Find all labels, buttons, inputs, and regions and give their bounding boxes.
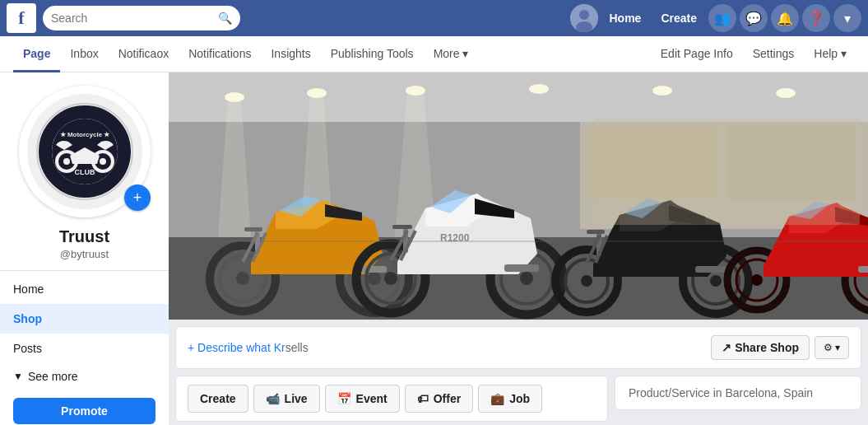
top-nav: f 🔍 Home Create 👥 💬 🔔 [0, 0, 868, 36]
svg-text:★ Motorcycle ★: ★ Motorcycle ★ [59, 131, 110, 138]
offer-button[interactable]: 🏷 Offer [405, 385, 473, 413]
job-button[interactable]: 💼 Job [478, 385, 542, 413]
live-label: Live [285, 392, 308, 405]
help-icon: ❓ [808, 11, 824, 26]
svg-point-19 [529, 84, 549, 94]
bottom-left: Create 📹 Live 📅 Event 🏷 Of [175, 376, 608, 422]
search-icon: 🔍 [218, 12, 232, 25]
tab-insights[interactable]: Insights [261, 37, 320, 72]
bottom-section: Create 📹 Live 📅 Event 🏷 Of [175, 376, 861, 422]
live-button[interactable]: 📹 Live [253, 385, 320, 413]
sidebar-posts-label: Posts [13, 342, 42, 355]
page-nav: Page Inbox Notificaox Notifications Insi… [0, 36, 868, 72]
offer-label: Offer [434, 392, 461, 405]
sidebar-home-label: Home [13, 283, 44, 296]
content-area: ★ Motorcycle ★ CLUB + Truust @bytruust H… [0, 72, 868, 425]
chevron-down-icon: ▼ [13, 371, 23, 382]
svg-point-53 [581, 275, 592, 287]
sidebar-item-home[interactable]: Home [0, 274, 169, 304]
see-more-item[interactable]: ▼ See more [0, 363, 169, 390]
tab-notificaox[interactable]: Notificaox [109, 37, 179, 72]
describe-link[interactable]: + Describe what Kr [188, 341, 285, 354]
share-shop-label: Share Shop [735, 341, 799, 354]
cover-photo-svg: R1200 [169, 72, 868, 320]
live-icon: 📹 [266, 392, 280, 405]
messenger-icon: 💬 [745, 11, 762, 26]
see-more-label: See more [28, 370, 78, 383]
job-label: Job [509, 392, 530, 405]
sells-text: sells [285, 341, 309, 354]
svg-point-8 [63, 158, 70, 165]
right-content: R1200 [169, 72, 868, 425]
page-info-text: Product/Service in Barcelona, Spain [629, 386, 813, 399]
plus-icon: + [133, 189, 142, 207]
notifications-icon-btn[interactable]: 🔔 [771, 4, 799, 32]
svg-point-20 [652, 86, 672, 96]
bell-icon: 🔔 [777, 11, 793, 26]
cover-photo-area: R1200 [169, 72, 868, 320]
svg-rect-59 [695, 266, 726, 273]
svg-point-33 [368, 272, 381, 285]
svg-rect-46 [392, 225, 412, 229]
page-wrapper: f 🔍 Home Create 👥 💬 🔔 [0, 0, 868, 425]
settings-dropdown-button[interactable]: ⚙ ▾ [815, 336, 849, 359]
svg-point-64 [751, 274, 763, 286]
sidebar-item-posts[interactable]: Posts [0, 334, 169, 363]
share-icon: ↗ [722, 341, 731, 354]
event-button[interactable]: 📅 Event [325, 385, 400, 413]
offer-icon: 🏷 [417, 392, 429, 405]
event-label: Event [356, 392, 388, 405]
settings-link[interactable]: Settings [745, 37, 803, 72]
nav-create-link[interactable]: Create [652, 7, 705, 30]
svg-rect-47 [504, 264, 539, 272]
profile-pic-container: ★ Motorcycle ★ CLUB + [0, 72, 169, 217]
messenger-icon-btn[interactable]: 💬 [740, 4, 768, 32]
svg-point-30 [236, 272, 249, 285]
bottom-right: Product/Service in Barcelona, Spain [615, 376, 861, 422]
svg-point-21 [776, 88, 796, 98]
svg-point-1 [579, 10, 589, 20]
svg-rect-68 [858, 266, 868, 273]
help-icon-btn[interactable]: ❓ [802, 4, 830, 32]
sidebar-item-shop[interactable]: Shop [0, 304, 169, 334]
page-nav-right: Edit Page Info Settings Help ▾ [652, 37, 855, 72]
tab-page[interactable]: Page [13, 37, 60, 72]
tab-notifications[interactable]: Notifications [179, 37, 261, 72]
share-shop-button[interactable]: ↗ Share Shop [711, 335, 810, 360]
sidebar-nav: Home Shop Posts ▼ See more [0, 270, 169, 390]
create-button[interactable]: Create [188, 385, 248, 413]
job-icon: 💼 [490, 392, 504, 405]
page-handle: @bytruust [0, 248, 169, 270]
sidebar-shop-label: Shop [13, 312, 42, 325]
event-icon: 📅 [337, 392, 351, 405]
svg-point-41 [384, 272, 397, 285]
tab-inbox[interactable]: Inbox [60, 37, 108, 72]
account-chevron-btn[interactable]: ▾ [833, 4, 861, 32]
friends-icon: 👥 [714, 11, 731, 26]
search-input[interactable] [51, 12, 218, 25]
page-name: Truust [0, 224, 169, 248]
left-sidebar: ★ Motorcycle ★ CLUB + Truust @bytruust H… [0, 72, 169, 425]
promote-button[interactable]: Promote [13, 398, 155, 424]
svg-text:R1200: R1200 [440, 232, 470, 244]
help-link[interactable]: Help ▾ [805, 37, 855, 72]
tab-more[interactable]: More ▾ [424, 37, 479, 72]
gear-icon: ⚙ [824, 342, 833, 353]
action-bar: + Describe what Kr sells ↗ Share Shop ⚙ … [175, 326, 861, 369]
svg-point-9 [100, 158, 106, 165]
motorcycle-club-logo: ★ Motorcycle ★ CLUB [35, 102, 134, 201]
plus-icon: + Describe what Kr [188, 341, 285, 354]
svg-point-44 [520, 272, 533, 285]
add-photo-button[interactable]: + [124, 184, 151, 211]
svg-point-56 [710, 275, 722, 287]
svg-rect-70 [596, 118, 860, 225]
nav-right: Home Create 👥 💬 🔔 ❓ ▾ [570, 4, 862, 32]
profile-nav-pic[interactable] [570, 4, 598, 32]
tab-publishing-tools[interactable]: Publishing Tools [321, 37, 424, 72]
search-bar[interactable]: 🔍 [43, 6, 240, 30]
facebook-logo[interactable]: f [7, 3, 36, 33]
nav-home-link[interactable]: Home [601, 7, 650, 30]
main-content: + Describe what Kr sells ↗ Share Shop ⚙ … [169, 320, 868, 425]
edit-page-info-link[interactable]: Edit Page Info [652, 37, 741, 72]
friends-icon-btn[interactable]: 👥 [708, 4, 736, 32]
